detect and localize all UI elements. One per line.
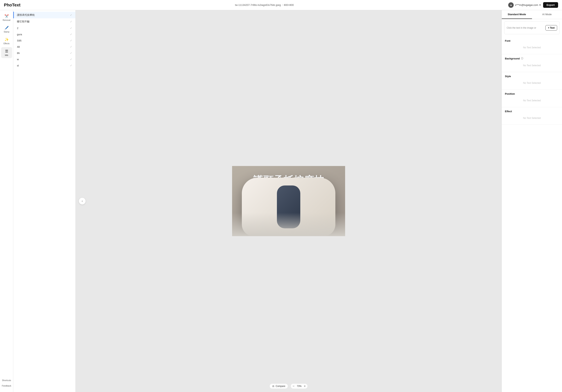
file-item[interactable]: 護頸承托按摩枕 ✓ [13, 12, 75, 18]
file-item-name: 護頸承托按摩枕 [17, 13, 35, 17]
header: PhoText tw-11134207-7r98o-ls2iags63x76dc… [0, 0, 562, 10]
canvas-image[interactable]: 護頸承托按摩枕 睡它頸不酸 [232, 166, 345, 236]
file-item[interactable]: 48 ✓ [13, 44, 75, 50]
tab-ai-mode[interactable]: AI Mode [532, 10, 562, 19]
check-icon: ✓ [70, 51, 72, 55]
check-icon: ✓ [70, 64, 72, 67]
panel-section-effect: Effect No Text Selected [502, 107, 562, 125]
filename: tw-11134207-7r98o-ls2iags63x76dc.jpeg [235, 3, 281, 6]
app-logo: PhoText [4, 2, 21, 8]
zoom-level: 73% [296, 385, 303, 388]
sidebar-item-stamp[interactable]: 🖊️ Stamp [1, 24, 12, 35]
sidebar-item-label: Effects [3, 43, 9, 45]
sidebar-item-label: Info [5, 54, 8, 56]
nav-left-button[interactable]: ‹ [79, 197, 86, 205]
check-icon: ✓ [70, 33, 72, 36]
info-icon: ☰ [5, 49, 8, 53]
shortcuts-button[interactable]: Shortcuts [1, 378, 12, 383]
canvas-controls: ⚖ Compare − 73% + [269, 383, 308, 389]
file-item[interactable]: 2 ✓ [13, 25, 75, 31]
avatar: ● [508, 2, 514, 8]
mode-tabs: Standard Mode AI Mode [502, 10, 562, 19]
file-info: tw-11134207-7r98o-ls2iags63x76dc.jpeg / … [235, 3, 294, 6]
add-text-button[interactable]: + Text [545, 25, 557, 31]
file-item[interactable]: 睡它頸不酸 ✓ [13, 18, 75, 25]
sidebar-item-label: Removal [3, 19, 10, 21]
section-title-font: Font [505, 39, 559, 42]
check-icon: ✓ [70, 45, 72, 48]
check-icon: ✓ [70, 58, 72, 61]
compare-icon: ⚖ [272, 385, 274, 388]
file-item-name: 48 [17, 46, 20, 48]
add-text-hint: Click the text in the image or [507, 26, 536, 30]
file-item-name: sl [17, 64, 19, 67]
effects-icon: ✨ [4, 37, 9, 42]
panel-section-position: Position No Text Selected [502, 90, 562, 107]
image-dimensions: 800×800 [284, 3, 294, 6]
export-button[interactable]: Export [543, 2, 558, 8]
check-icon: ✓ [70, 13, 72, 17]
zoom-controls: − 73% + [291, 383, 308, 389]
sidebar-item-effects[interactable]: ✨ Effects [1, 35, 12, 46]
file-item-name: 8h [17, 52, 20, 55]
sidebar-bottom: Shortcuts Feedback [0, 378, 12, 390]
no-selection-style: No Text Selected [505, 79, 559, 87]
section-title-style: Style [505, 75, 559, 78]
canvas-bottom-bar [232, 213, 345, 236]
no-selection-position: No Text Selected [505, 97, 559, 104]
panel-section-background: Background ⓘ No Text Selected [502, 54, 562, 72]
file-item[interactable]: 8h ✓ [13, 50, 75, 56]
separator: / [282, 3, 283, 6]
no-selection-background: No Text Selected [505, 62, 559, 69]
file-item-name: w [17, 58, 19, 61]
check-icon: ✓ [70, 26, 72, 30]
no-selection-effect: No Text Selected [505, 114, 559, 122]
compare-button[interactable]: ⚖ Compare [269, 383, 288, 389]
left-sidebar: ✂️ Removal 🖊️ Stamp ✨ Effects ☰ Info Sho… [0, 10, 13, 392]
add-text-box: Click the text in the image or + Text [504, 22, 560, 34]
user-menu[interactable]: ● s***m@tugaigai.com ▾ [508, 2, 540, 8]
check-icon: ✓ [70, 39, 72, 42]
file-list-items: 護頸承托按摩枕 ✓睡它頸不酸 ✓2 ✓gura ✓S95 ✓48 ✓8h ✓w [13, 10, 75, 392]
file-item-name: 睡它頸不酸 [17, 20, 30, 23]
file-item-name: 2 [17, 27, 18, 30]
zoom-in-button[interactable]: + [304, 384, 305, 388]
section-title-effect: Effect [505, 110, 559, 113]
main-layout: ✂️ Removal 🖊️ Stamp ✨ Effects ☰ Info Sho… [0, 10, 562, 392]
file-item[interactable]: S95 ✓ [13, 37, 75, 44]
tab-standard-mode[interactable]: Standard Mode [502, 10, 532, 19]
section-title-position: Position [505, 92, 559, 95]
file-item[interactable]: sl ✓ [13, 62, 75, 69]
file-item-name: gura [17, 33, 22, 36]
canvas-area: ‹ 護頸承托按摩枕 睡它頸不酸 ⚖ Compare − 73% [76, 10, 502, 392]
feedback-button[interactable]: Feedback [0, 383, 12, 388]
file-item[interactable]: gura ✓ [13, 31, 75, 37]
panel-section-font: Font No Text Selected [502, 37, 562, 54]
user-email: s***m@tugaigai.com [515, 3, 538, 6]
file-item[interactable]: w ✓ [13, 56, 75, 62]
check-icon: ✓ [70, 20, 72, 23]
right-panel: Standard Mode AI Mode Click the text in … [502, 10, 562, 392]
header-right: ● s***m@tugaigai.com ▾ Export [508, 2, 558, 8]
removal-icon: ✂️ [4, 14, 9, 18]
chevron-down-icon: ▾ [539, 3, 541, 6]
info-help-icon[interactable]: ⓘ [521, 57, 523, 60]
file-list-panel: 護頸承托按摩枕 ✓睡它頸不酸 ✓2 ✓gura ✓S95 ✓48 ✓8h ✓w [13, 10, 76, 392]
sidebar-item-label: Stamp [4, 31, 9, 33]
section-title-background: Background ⓘ [505, 57, 559, 60]
zoom-out-button[interactable]: − [293, 384, 294, 388]
sidebar-item-removal[interactable]: ✂️ Removal [1, 12, 12, 23]
file-item-name: S95 [17, 39, 22, 42]
stamp-icon: 🖊️ [4, 26, 9, 30]
panel-sections: Font No Text Selected Background ⓘ No Te… [502, 37, 562, 125]
compare-label: Compare [276, 385, 285, 388]
sidebar-item-info[interactable]: ☰ Info [1, 47, 12, 58]
no-selection-font: No Text Selected [505, 44, 559, 51]
panel-section-style: Style No Text Selected [502, 72, 562, 90]
